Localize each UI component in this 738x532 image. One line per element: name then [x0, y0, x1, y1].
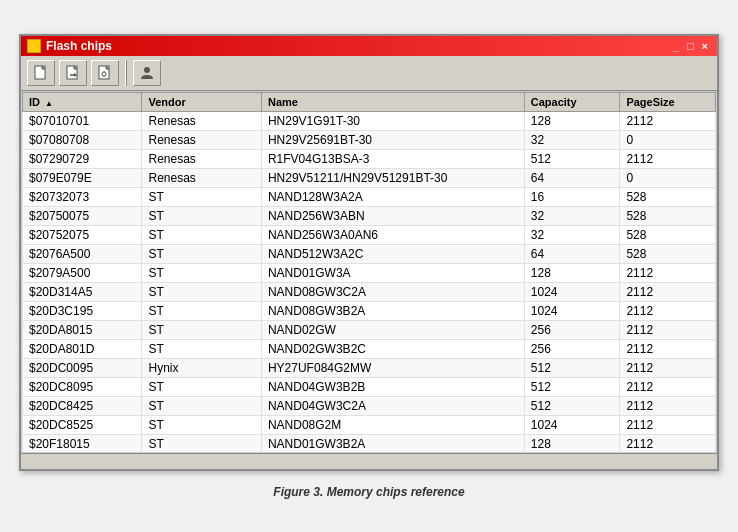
data-table: ID ▲ Vendor Name Capacity PageSize $0701… [22, 92, 716, 452]
new-button[interactable] [27, 60, 55, 86]
col-header-id[interactable]: ID ▲ [23, 92, 142, 111]
cell-pagesize: 2112 [620, 415, 716, 434]
cell-id: $20732073 [23, 187, 142, 206]
cell-vendor: Renesas [142, 149, 261, 168]
table-row[interactable]: $20DC8525STNAND08G2M10242112 [23, 415, 716, 434]
window-icon: ⚡ [27, 39, 41, 53]
table-row[interactable]: $20DA8015STNAND02GW2562112 [23, 320, 716, 339]
cell-pagesize: 528 [620, 187, 716, 206]
cell-name: NAND128W3A2A [261, 187, 524, 206]
cell-capacity: 32 [524, 130, 620, 149]
cell-pagesize: 2112 [620, 149, 716, 168]
cell-vendor: ST [142, 301, 261, 320]
cell-pagesize: 2112 [620, 358, 716, 377]
close-button[interactable]: × [699, 40, 711, 52]
cell-name: NAND02GW [261, 320, 524, 339]
cell-name: NAND04GW3C2A [261, 396, 524, 415]
cell-id: $07290729 [23, 149, 142, 168]
table-row[interactable]: $20DA801DSTNAND02GW3B2C2562112 [23, 339, 716, 358]
title-bar-left: ⚡ Flash chips [27, 39, 112, 53]
cell-name: NAND256W3A0AN6 [261, 225, 524, 244]
table-row[interactable]: $2076A500STNAND512W3A2C64528 [23, 244, 716, 263]
cell-vendor: ST [142, 263, 261, 282]
table-row[interactable]: $20750075STNAND256W3ABN32528 [23, 206, 716, 225]
cell-id: $07080708 [23, 130, 142, 149]
table-row[interactable]: $20732073STNAND128W3A2A16528 [23, 187, 716, 206]
table-row[interactable]: $20DC0095HynixHY27UF084G2MW5122112 [23, 358, 716, 377]
cell-vendor: ST [142, 206, 261, 225]
cell-pagesize: 2112 [620, 263, 716, 282]
figure-caption: Figure 3. Memory chips reference [273, 485, 464, 499]
table-row[interactable]: $079E079ERenesasHN29V51211/HN29V51291BT-… [23, 168, 716, 187]
cell-vendor: Renesas [142, 168, 261, 187]
col-header-name[interactable]: Name [261, 92, 524, 111]
table-row[interactable]: $07080708RenesasHN29V25691BT-30320 [23, 130, 716, 149]
col-header-pagesize[interactable]: PageSize [620, 92, 716, 111]
cell-id: $20DA8015 [23, 320, 142, 339]
cell-capacity: 64 [524, 168, 620, 187]
cell-name: HN29V1G91T-30 [261, 111, 524, 130]
cell-pagesize: 2112 [620, 320, 716, 339]
cell-capacity: 16 [524, 187, 620, 206]
settings-button[interactable] [91, 60, 119, 86]
cell-capacity: 64 [524, 244, 620, 263]
cell-capacity: 1024 [524, 282, 620, 301]
user-icon [139, 65, 155, 81]
cell-pagesize: 0 [620, 168, 716, 187]
col-header-capacity[interactable]: Capacity [524, 92, 620, 111]
cell-pagesize: 2112 [620, 434, 716, 452]
cell-capacity: 1024 [524, 301, 620, 320]
cell-name: NAND02GW3B2C [261, 339, 524, 358]
cell-name: HY27UF084G2MW [261, 358, 524, 377]
table-row[interactable]: $20D314A5STNAND08GW3C2A10242112 [23, 282, 716, 301]
table-row[interactable]: $07290729RenesasR1FV04G13BSA-35122112 [23, 149, 716, 168]
sort-arrow-id: ▲ [45, 99, 53, 108]
toolbar [21, 56, 717, 91]
table-row[interactable]: $20D3C195STNAND08GW3B2A10242112 [23, 301, 716, 320]
table-row[interactable]: $20F18015STNAND01GW3B2A1282112 [23, 434, 716, 452]
cell-capacity: 128 [524, 263, 620, 282]
table-wrapper[interactable]: ID ▲ Vendor Name Capacity PageSize $0701… [22, 92, 716, 452]
cell-vendor: ST [142, 415, 261, 434]
window-title: Flash chips [46, 39, 112, 53]
cell-pagesize: 2112 [620, 396, 716, 415]
cell-id: $20DC0095 [23, 358, 142, 377]
cell-capacity: 512 [524, 396, 620, 415]
cell-name: NAND08GW3C2A [261, 282, 524, 301]
cell-name: NAND01GW3B2A [261, 434, 524, 452]
cell-name: HN29V25691BT-30 [261, 130, 524, 149]
title-controls[interactable]: _ □ × [670, 40, 711, 52]
export-button[interactable] [59, 60, 87, 86]
maximize-button[interactable]: □ [684, 40, 697, 52]
cell-name: HN29V51211/HN29V51291BT-30 [261, 168, 524, 187]
table-row[interactable]: $20DC8095STNAND04GW3B2B5122112 [23, 377, 716, 396]
cell-id: $20752075 [23, 225, 142, 244]
cell-name: NAND08GW3B2A [261, 301, 524, 320]
cell-vendor: ST [142, 339, 261, 358]
cell-vendor: ST [142, 244, 261, 263]
cell-vendor: Renesas [142, 130, 261, 149]
table-row[interactable]: $20752075STNAND256W3A0AN632528 [23, 225, 716, 244]
col-header-vendor[interactable]: Vendor [142, 92, 261, 111]
cell-capacity: 128 [524, 434, 620, 452]
cell-pagesize: 2112 [620, 111, 716, 130]
cell-capacity: 256 [524, 339, 620, 358]
table-row[interactable]: $07010701RenesasHN29V1G91T-301282112 [23, 111, 716, 130]
cell-name: NAND01GW3A [261, 263, 524, 282]
cell-capacity: 32 [524, 206, 620, 225]
cell-id: $20D3C195 [23, 301, 142, 320]
cell-pagesize: 528 [620, 206, 716, 225]
title-bar: ⚡ Flash chips _ □ × [21, 36, 717, 56]
table-row[interactable]: $20DC8425STNAND04GW3C2A5122112 [23, 396, 716, 415]
user-button[interactable] [133, 60, 161, 86]
minimize-button[interactable]: _ [670, 40, 682, 52]
table-body: $07010701RenesasHN29V1G91T-301282112$070… [23, 111, 716, 452]
status-bar [21, 453, 717, 469]
settings-icon [97, 65, 113, 81]
cell-capacity: 512 [524, 377, 620, 396]
table-container: ID ▲ Vendor Name Capacity PageSize $0701… [21, 91, 717, 453]
cell-name: NAND256W3ABN [261, 206, 524, 225]
cell-id: $2076A500 [23, 244, 142, 263]
table-row[interactable]: $2079A500STNAND01GW3A1282112 [23, 263, 716, 282]
cell-vendor: Hynix [142, 358, 261, 377]
